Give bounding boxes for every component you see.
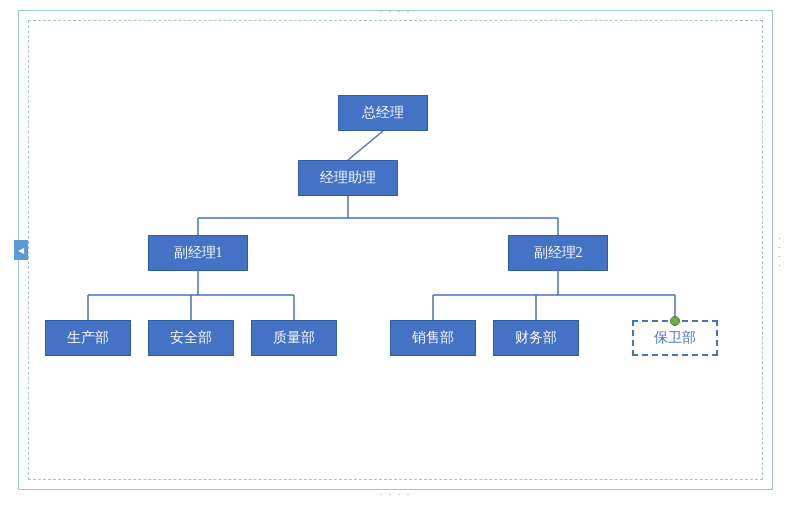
node-assistant-label: 经理助理 xyxy=(320,169,376,187)
node-sales[interactable]: 销售部 xyxy=(390,320,476,356)
node-quality-label: 质量部 xyxy=(273,329,315,347)
node-security-label: 保卫部 xyxy=(654,329,696,347)
node-vp2-label: 副经理2 xyxy=(534,244,583,262)
selection-handle-top[interactable] xyxy=(670,316,680,326)
node-vp1[interactable]: 副经理1 xyxy=(148,235,248,271)
node-ceo-label: 总经理 xyxy=(362,104,404,122)
node-vp1-label: 副经理1 xyxy=(174,244,223,262)
node-sales-label: 销售部 xyxy=(412,329,454,347)
node-ceo[interactable]: 总经理 xyxy=(338,95,428,131)
canvas: · · · · · · · · · · · · xyxy=(0,0,791,506)
right-dots: · · · · xyxy=(774,237,785,269)
node-vp2[interactable]: 副经理2 xyxy=(508,235,608,271)
node-safety-label: 安全部 xyxy=(170,329,212,347)
node-assistant[interactable]: 经理助理 xyxy=(298,160,398,196)
node-finance-label: 财务部 xyxy=(515,329,557,347)
node-safety[interactable]: 安全部 xyxy=(148,320,234,356)
bottom-dots: · · · · xyxy=(380,489,412,500)
node-production[interactable]: 生产部 xyxy=(45,320,131,356)
top-dots: · · · · xyxy=(380,6,412,17)
node-finance[interactable]: 财务部 xyxy=(493,320,579,356)
left-handle[interactable] xyxy=(14,240,28,260)
node-quality[interactable]: 质量部 xyxy=(251,320,337,356)
inner-border xyxy=(28,20,763,480)
node-production-label: 生产部 xyxy=(67,329,109,347)
node-security[interactable]: 保卫部 xyxy=(632,320,718,356)
